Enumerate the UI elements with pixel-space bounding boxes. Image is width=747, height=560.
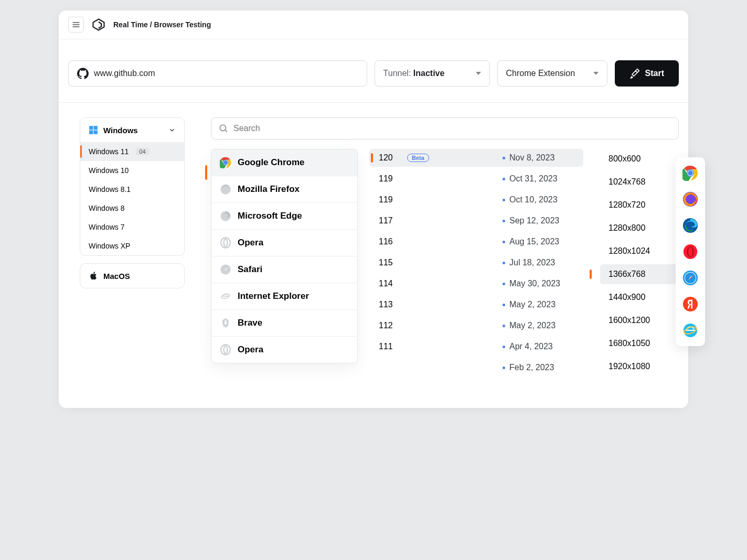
browser-item[interactable]: Mozilla Firefox [211, 176, 357, 203]
resolution-item[interactable]: 1600x1200 [600, 310, 679, 330]
version-item[interactable]: 116Aug 15, 2023 [369, 233, 583, 251]
dot-icon [503, 325, 505, 327]
windows-header[interactable]: Windows [80, 118, 184, 142]
search-bar[interactable] [211, 117, 679, 139]
safari-grey-icon [220, 264, 231, 275]
start-button[interactable]: Start [615, 60, 679, 87]
browser-item[interactable]: Google Chrome [211, 149, 357, 176]
os-item[interactable]: Windows 10 [80, 161, 184, 180]
hamburger-icon [72, 20, 80, 29]
version-number: 113 [379, 300, 401, 309]
os-item-label: Windows 8.1 [89, 185, 131, 193]
app-window: Real Time / Browser Testing Tunnel: Inac… [59, 10, 688, 408]
browser-item[interactable]: Opera [211, 230, 357, 256]
version-date: Jul 18, 2023 [503, 258, 576, 267]
logo [91, 17, 106, 32]
opera-grey-icon [220, 237, 231, 249]
browser-list: Google ChromeMozilla FirefoxMicrosoft Ed… [211, 149, 358, 363]
version-number: 112 [379, 321, 401, 330]
resolution-item[interactable]: 1366x768 [600, 264, 679, 284]
rail-firefox-button[interactable] [682, 191, 699, 208]
rail-edge-button[interactable] [682, 217, 699, 234]
browser-rail [676, 157, 705, 346]
dot-icon [503, 283, 505, 285]
extension-dropdown[interactable]: Chrome Extension [497, 60, 607, 87]
browser-name: Google Chrome [238, 157, 305, 168]
version-item[interactable]: 120BetaNov 8, 2023 [369, 149, 583, 167]
version-item[interactable]: 112May 2, 2023 [369, 317, 583, 335]
url-field[interactable] [94, 69, 358, 78]
os-item[interactable]: Windows 8.1 [80, 180, 184, 199]
os-item-label: Windows XP [89, 242, 130, 250]
os-item[interactable]: Windows 8 [80, 199, 184, 218]
version-number: 111 [379, 342, 401, 351]
search-icon [219, 124, 228, 133]
main-area: Windows Windows 1104Windows 10Windows 8.… [59, 103, 688, 408]
dot-icon [503, 346, 505, 348]
browser-item[interactable]: Safari [211, 256, 357, 283]
chevron-down-icon [593, 72, 599, 75]
version-date: Sep 12, 2023 [503, 216, 576, 225]
version-item[interactable]: 119Oct 31, 2023 [369, 170, 583, 188]
macos-header[interactable]: MacOS [80, 264, 184, 288]
beta-badge: Beta [407, 154, 429, 162]
resolution-list: 800x6001024x7681280x7201280x8001280x1024… [600, 149, 679, 376]
search-input[interactable] [233, 124, 671, 133]
version-item[interactable]: 117Sep 12, 2023 [369, 212, 583, 230]
chevron-down-icon [476, 72, 481, 75]
columns: Google ChromeMozilla FirefoxMicrosoft Ed… [211, 149, 679, 376]
browser-name: Microsoft Edge [238, 211, 302, 221]
ie-grey-icon [220, 290, 231, 302]
version-item[interactable]: 114May 30, 2023 [369, 275, 583, 293]
os-item[interactable]: Windows XP [80, 236, 184, 255]
resolution-item[interactable]: 1920x1080 [600, 357, 679, 376]
tunnel-dropdown[interactable]: Tunnel: Inactive [375, 60, 490, 87]
opera-grey-icon [220, 344, 231, 356]
os-item[interactable]: Windows 1104 [80, 142, 184, 161]
resolution-item[interactable]: 1440x900 [600, 287, 679, 307]
os-item-label: Windows 11 [89, 147, 129, 156]
version-date: May 30, 2023 [503, 279, 576, 288]
svg-point-8 [224, 161, 228, 165]
os-item[interactable]: Windows 7 [80, 218, 184, 236]
rail-ie-button[interactable] [682, 322, 699, 339]
version-date: Apr 4, 2023 [503, 342, 576, 351]
rail-yandex-button[interactable] [682, 296, 699, 313]
rail-opera-button[interactable] [682, 243, 699, 260]
windows-version-list: Windows 1104Windows 10Windows 8.1Windows… [80, 142, 184, 255]
dot-icon [503, 262, 505, 264]
version-number: 119 [379, 174, 401, 184]
version-item[interactable]: 111Apr 4, 2023 [369, 338, 583, 356]
rail-chrome-button[interactable] [682, 165, 699, 181]
macos-card: MacOS [80, 263, 185, 288]
browser-item[interactable]: Microsoft Edge [211, 203, 357, 230]
browser-item[interactable]: Opera [211, 337, 357, 363]
url-input-wrap[interactable] [68, 60, 367, 87]
os-panel: Windows Windows 1104Windows 10Windows 8.… [80, 117, 185, 288]
resolution-item[interactable]: 1280x800 [600, 218, 679, 238]
browser-name: Brave [238, 318, 262, 328]
browser-item[interactable]: Internet Explorer [211, 283, 357, 310]
version-item[interactable]: 119Oct 10, 2023 [369, 191, 583, 209]
menu-button[interactable] [68, 17, 84, 33]
version-date: Oct 10, 2023 [503, 195, 576, 204]
version-item[interactable]: 115Jul 18, 2023 [369, 254, 583, 272]
resolution-item[interactable]: 1024x768 [600, 172, 679, 192]
svg-rect-2 [89, 131, 93, 134]
tunnel-value: Inactive [413, 69, 445, 78]
browser-item[interactable]: Brave [211, 310, 357, 337]
resolution-item[interactable]: 800x600 [600, 149, 679, 169]
version-item[interactable]: 113May 2, 2023 [369, 296, 583, 314]
version-item[interactable]: Feb 2, 2023 [369, 359, 583, 376]
svg-point-4 [220, 125, 226, 131]
resolution-item[interactable]: 1680x1050 [600, 333, 679, 353]
version-number: 117 [379, 216, 401, 225]
version-date: Feb 2, 2023 [503, 363, 576, 372]
resolution-item[interactable]: 1280x720 [600, 195, 679, 215]
rail-safari-button[interactable] [682, 270, 699, 286]
resolution-item[interactable]: 1280x1024 [600, 241, 679, 261]
dot-icon [503, 199, 505, 201]
dot-icon [503, 220, 505, 222]
extension-label: Chrome Extension [506, 69, 575, 78]
browser-name: Safari [238, 264, 262, 275]
